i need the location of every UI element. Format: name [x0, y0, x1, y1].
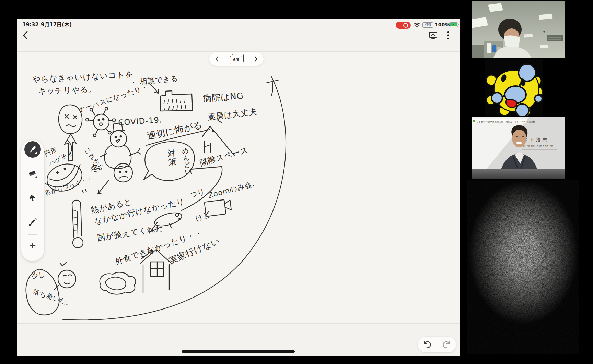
doodle-steak	[100, 272, 136, 294]
doodle-sad-face	[114, 163, 132, 182]
participant-video-static-noise[interactable]	[467, 180, 579, 354]
pen-tool-button[interactable]	[24, 141, 41, 158]
participant-avatar-mascot[interactable]	[472, 59, 565, 116]
select-arrow-tool-button[interactable]	[24, 189, 41, 206]
cursor-arrow-icon	[28, 193, 37, 202]
sketch-label: 円形	[43, 145, 58, 158]
sketch-label: Zoomのみ会.	[207, 180, 256, 200]
doodle-thermometer	[72, 200, 83, 248]
participant-video-masked-man[interactable]	[472, 1, 565, 58]
conference-screen: { "status_bar": { "time": "19:32", "date…	[0, 0, 593, 364]
palette-divider	[28, 234, 37, 235]
sketch-label: やらなきゃいけないコトを	[32, 70, 133, 84]
doodle-quote-marks	[82, 189, 86, 193]
noise-vignette	[467, 180, 579, 354]
sketch-label: 冬	[90, 162, 101, 174]
undo-redo-bar	[418, 337, 456, 352]
sketch-label: COVID-19.	[118, 115, 162, 127]
whiteboard-sketch[interactable]: やらなきゃいけないコトをキッチリやる。・ 相談できるナーバスになったり・・COV…	[17, 19, 460, 356]
kinoshita-video: 木下浩志 Hiroshi Kinoshita もとせの介護予防運動の会 通信カレ…	[472, 117, 565, 179]
doodle-snowman	[100, 123, 141, 169]
doodle-downleft-arrow	[98, 180, 109, 194]
name-plate-en: Hiroshi Kinoshita	[523, 144, 553, 148]
sketch-label: キッチリやる。	[38, 85, 97, 96]
doodle-calm-person	[26, 262, 76, 315]
doodle-hospital-building	[150, 84, 193, 111]
sketch-label: 隔離スペース	[199, 145, 249, 168]
sketch-label: 落ち着いた。	[32, 288, 74, 307]
home-indicator[interactable]	[182, 350, 295, 353]
sketch-label: 薬局は大丈夫	[207, 107, 257, 122]
undo-button[interactable]	[422, 340, 432, 349]
sketch-label: けど	[194, 210, 212, 223]
sketch-label: 対策	[167, 148, 177, 167]
eraser-tool-button[interactable]	[24, 165, 41, 182]
doodle-isolation-roof	[202, 116, 234, 156]
participant-video-kinoshita[interactable]: 木下浩志 Hiroshi Kinoshita もとせの介護予防運動の会 通信カレ…	[472, 117, 565, 179]
name-plate-jp: 木下浩志	[523, 137, 549, 142]
redo-button[interactable]	[441, 340, 452, 349]
laser-pointer-tool-button[interactable]	[24, 214, 41, 230]
doodle-t-mark	[266, 80, 279, 95]
drawing-tool-palette: +	[21, 140, 44, 261]
add-tool-button[interactable]: +	[24, 238, 41, 254]
sketch-label: 少し	[31, 270, 46, 280]
sketch-label: めんどい	[181, 146, 192, 176]
masked-man-video	[472, 1, 565, 58]
laser-pointer-icon	[28, 218, 37, 227]
yellow-mascot-icon	[485, 59, 543, 116]
banner-text: もとせの介護予防運動の会 通信カレッジ Web特別講義	[476, 120, 535, 123]
pen-icon	[28, 145, 37, 154]
sketch-label: 病院はNG	[202, 91, 244, 104]
sketch-label: 国が整えてくれた	[97, 223, 164, 242]
eraser-icon	[28, 169, 37, 178]
ipad-whiteboard-app: 19:32 9月17日(木) VPN 100%	[17, 19, 460, 356]
doodle-virus	[86, 107, 116, 137]
